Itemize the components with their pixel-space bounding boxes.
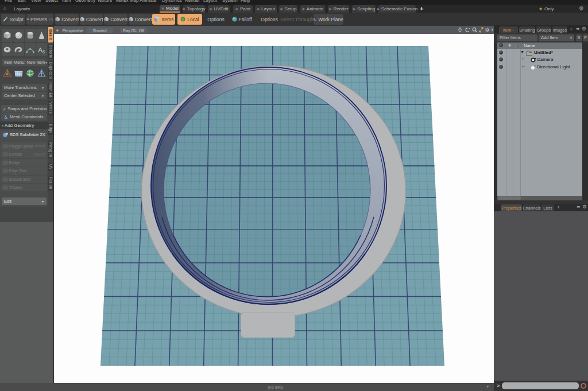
svg-text:&: & <box>42 49 46 55</box>
